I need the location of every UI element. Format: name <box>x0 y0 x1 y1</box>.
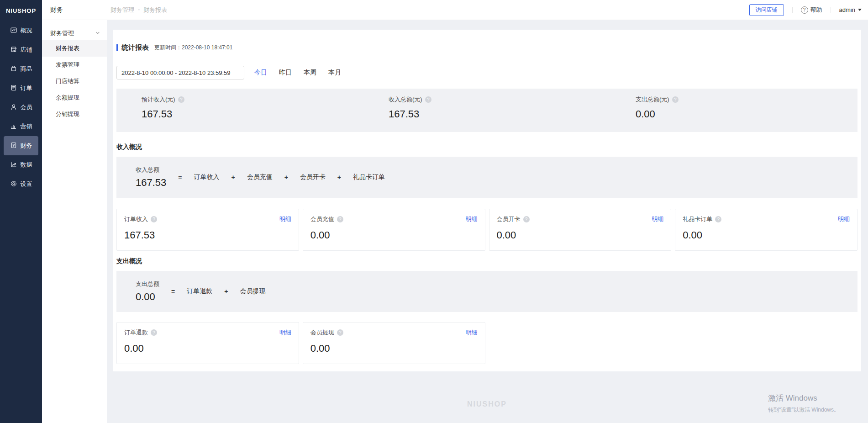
submenu-item-invoice-management[interactable]: 发票管理 <box>42 57 107 73</box>
visit-store-button[interactable]: 访问店铺 <box>749 4 784 16</box>
summary-expected-income: 预计收入(元) 167.53 <box>116 89 363 132</box>
sidebar-item-members[interactable]: 会员 <box>4 98 38 117</box>
formula-term: 会员开卡 <box>300 173 326 181</box>
question-mark-icon[interactable] <box>151 216 157 222</box>
plus-sign: + <box>337 174 341 181</box>
quick-filters: 今日 昨日 本周 本月 <box>254 69 341 77</box>
person-icon <box>10 103 17 112</box>
help-question-icon <box>801 6 808 14</box>
sidebar-item-label: 财务 <box>21 142 32 150</box>
question-mark-icon[interactable] <box>715 216 721 222</box>
detail-link[interactable]: 明细 <box>279 215 291 223</box>
submenu-group-finance-management[interactable]: 财务管理 <box>42 26 107 40</box>
sidebar-item-overview[interactable]: 概况 <box>4 21 38 40</box>
sidebar-item-settings[interactable]: 设置 <box>4 174 38 194</box>
trend-chart-icon <box>10 161 17 169</box>
card-top: 会员开卡 明细 <box>497 215 664 223</box>
stat-label-row: 收入总额(元) <box>389 95 610 104</box>
card-top: 礼品卡订单 明细 <box>683 215 850 223</box>
card-value: 0.00 <box>683 229 850 241</box>
breadcrumb: 财务管理 - 财务报表 <box>110 6 167 14</box>
card-member-card-opening: 会员开卡 明细 0.00 <box>489 209 672 251</box>
breadcrumb-parent[interactable]: 财务管理 <box>110 6 134 14</box>
equals-sign: = <box>178 174 182 181</box>
activate-windows-title: 激活 Windows <box>768 393 839 403</box>
income-formula-total: 收入总额 167.53 <box>136 166 166 189</box>
card-gift-card-orders: 礼品卡订单 明细 0.00 <box>675 209 857 251</box>
sidebar-item-marketing[interactable]: 营销 <box>4 117 38 136</box>
app: NIUSHOP 概况 店铺 商品 订单 会员 <box>0 0 868 423</box>
bar-chart-icon <box>10 122 17 131</box>
report-card: 统计报表 更新时间：2022-08-10 18:47:01 今日 昨日 本周 本… <box>113 30 861 371</box>
sidebar-item-goods[interactable]: 商品 <box>4 59 38 79</box>
card-label: 礼品卡订单 <box>683 215 712 223</box>
question-mark-icon[interactable] <box>523 216 530 222</box>
finance-yen-icon <box>10 142 17 150</box>
date-range-input[interactable] <box>116 66 244 79</box>
card-label: 会员充值 <box>310 215 334 223</box>
card-order-refund: 订单退款 明细 0.00 <box>116 322 299 364</box>
breadcrumb-current: 财务报表 <box>143 6 167 14</box>
filter-today[interactable]: 今日 <box>254 69 267 77</box>
question-mark-icon[interactable] <box>151 329 157 336</box>
card-member-recharge: 会员充值 明细 0.00 <box>303 209 485 251</box>
formula-total-value: 167.53 <box>136 177 166 189</box>
breadcrumb-separator: - <box>138 6 140 14</box>
expense-formula-total: 支出总额 0.00 <box>136 280 159 303</box>
expense-formula-band: 支出总额 0.00 = 订单退款 + 会员提现 <box>116 271 857 312</box>
submenu-item-distribution-withdrawal[interactable]: 分销提现 <box>42 106 107 122</box>
card-value: 0.00 <box>124 343 291 354</box>
primary-sidebar: NIUSHOP 概况 店铺 商品 订单 会员 <box>0 0 42 423</box>
plus-sign: + <box>284 174 288 181</box>
submenu-item-financial-report[interactable]: 财务报表 <box>42 40 107 57</box>
activate-windows-subtitle: 转到“设置”以激活 Windows。 <box>768 406 839 414</box>
summary-total-income: 收入总额(元) 167.53 <box>363 89 610 132</box>
brand-watermark: NIUSHOP <box>467 400 507 408</box>
detail-link[interactable]: 明细 <box>279 328 291 337</box>
stat-value: 167.53 <box>142 108 363 120</box>
detail-link[interactable]: 明细 <box>466 328 478 337</box>
topbar: 财务管理 - 财务报表 访问店铺 帮助 admin <box>107 0 868 20</box>
stat-label-row: 预计收入(元) <box>142 95 363 104</box>
card-top: 订单收入 明细 <box>124 215 291 223</box>
sidebar-item-finance[interactable]: 财务 <box>4 136 38 155</box>
stat-label: 收入总额(元) <box>389 95 422 104</box>
card-top: 会员提现 明细 <box>310 328 478 337</box>
question-mark-icon[interactable] <box>425 96 431 103</box>
question-mark-icon[interactable] <box>178 96 184 103</box>
sidebar-item-orders[interactable]: 订单 <box>4 79 38 98</box>
filter-this-month[interactable]: 本月 <box>328 69 341 77</box>
formula-total-value: 0.00 <box>136 291 155 303</box>
sidebar-item-label: 概况 <box>21 26 32 35</box>
sidebar-item-data[interactable]: 数据 <box>4 155 38 174</box>
card-label: 会员开卡 <box>497 215 521 223</box>
card-label: 订单收入 <box>124 215 148 223</box>
filter-yesterday[interactable]: 昨日 <box>279 69 292 77</box>
summary-total-expense: 支出总额(元) 0.00 <box>610 89 857 132</box>
question-mark-icon[interactable] <box>672 96 679 103</box>
windows-activation-notice: 激活 Windows 转到“设置”以激活 Windows。 <box>768 393 839 414</box>
stat-value: 167.53 <box>389 108 610 120</box>
help-button[interactable]: 帮助 <box>801 6 822 14</box>
report-updated-time: 更新时间：2022-08-10 18:47:01 <box>154 44 232 52</box>
submenu-item-store-settlement[interactable]: 门店结算 <box>42 73 107 90</box>
question-mark-icon[interactable] <box>337 329 343 336</box>
submenu-item-balance-withdrawal[interactable]: 余额提现 <box>42 90 107 106</box>
user-menu[interactable]: admin <box>839 6 862 13</box>
stat-label-row: 支出总额(元) <box>636 95 857 104</box>
detail-link[interactable]: 明细 <box>652 215 663 223</box>
formula-term: 订单退款 <box>187 287 212 296</box>
summary-band: 预计收入(元) 167.53 收入总额(元) 167.53 <box>116 89 857 132</box>
question-mark-icon[interactable] <box>337 216 343 222</box>
submenu-title: 财务 <box>42 0 107 20</box>
detail-link[interactable]: 明细 <box>838 215 850 223</box>
sidebar-item-label: 设置 <box>21 180 32 188</box>
detail-link[interactable]: 明细 <box>466 215 478 223</box>
income-formula-band: 收入总额 167.53 = 订单收入 + 会员充值 + 会员开卡 + 礼品卡订单 <box>116 157 857 198</box>
card-value: 0.00 <box>310 229 478 241</box>
card-value: 167.53 <box>124 229 291 241</box>
store-icon <box>10 46 17 54</box>
sidebar-item-store[interactable]: 店铺 <box>4 40 38 59</box>
card-label: 订单退款 <box>124 328 148 337</box>
filter-this-week[interactable]: 本周 <box>304 69 316 77</box>
